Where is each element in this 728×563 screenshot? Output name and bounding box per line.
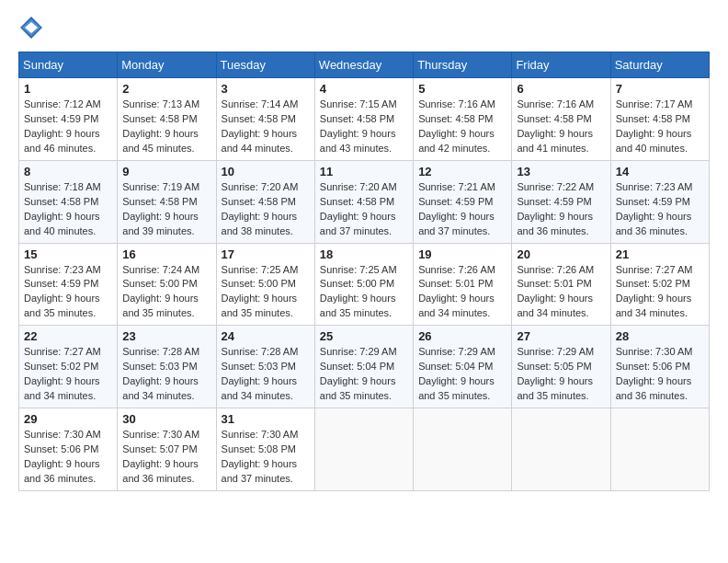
daylight-label: Daylight: 9 hours and 39 minutes. [122,211,199,236]
sunset-label: Sunset: 4:58 PM [320,113,394,124]
calendar-cell [414,408,512,491]
calendar-week-row: 29 Sunrise: 7:30 AM Sunset: 5:06 PM Dayl… [19,408,710,491]
sunrise-label: Sunrise: 7:24 AM [122,264,199,275]
sunrise-label: Sunrise: 7:29 AM [517,346,594,357]
calendar-cell: 2 Sunrise: 7:13 AM Sunset: 4:58 PM Dayli… [118,78,216,161]
daylight-label: Daylight: 9 hours and 36 minutes. [24,458,100,484]
daylight-label: Daylight: 9 hours and 35 minutes. [320,293,396,318]
daylight-label: Daylight: 9 hours and 43 minutes. [320,128,396,154]
day-info: Sunrise: 7:18 AM Sunset: 4:58 PM Dayligh… [24,180,112,239]
day-number: 31 [222,412,310,426]
sunset-label: Sunset: 5:06 PM [616,361,690,372]
calendar-cell: 4 Sunrise: 7:15 AM Sunset: 4:58 PM Dayli… [314,78,413,161]
sunset-label: Sunset: 5:01 PM [418,278,493,289]
daylight-label: Daylight: 9 hours and 34 minutes. [616,293,692,318]
sunrise-label: Sunrise: 7:30 AM [122,429,199,440]
sunrise-label: Sunrise: 7:23 AM [616,181,693,192]
sunset-label: Sunset: 5:04 PM [418,361,493,372]
daylight-label: Daylight: 9 hours and 44 minutes. [222,128,298,154]
sunrise-label: Sunrise: 7:30 AM [222,429,299,440]
calendar-cell: 15 Sunrise: 7:23 AM Sunset: 4:59 PM Dayl… [19,243,118,326]
day-number: 2 [122,82,210,96]
day-info: Sunrise: 7:29 AM Sunset: 5:05 PM Dayligh… [517,345,605,404]
day-info: Sunrise: 7:25 AM Sunset: 5:00 PM Dayligh… [320,263,408,322]
calendar-cell: 8 Sunrise: 7:18 AM Sunset: 4:58 PM Dayli… [19,160,118,243]
daylight-label: Daylight: 9 hours and 41 minutes. [517,128,593,154]
daylight-label: Daylight: 9 hours and 40 minutes. [24,211,100,236]
calendar-cell: 9 Sunrise: 7:19 AM Sunset: 4:58 PM Dayli… [118,160,216,243]
calendar-cell: 14 Sunrise: 7:23 AM Sunset: 4:59 PM Dayl… [610,160,709,243]
sunrise-label: Sunrise: 7:20 AM [320,181,397,192]
daylight-label: Daylight: 9 hours and 34 minutes. [122,375,199,401]
calendar-cell: 21 Sunrise: 7:27 AM Sunset: 5:02 PM Dayl… [610,243,709,326]
calendar-cell [610,408,709,491]
sunrise-label: Sunrise: 7:14 AM [222,98,299,109]
sunset-label: Sunset: 4:59 PM [517,196,591,207]
day-info: Sunrise: 7:27 AM Sunset: 5:02 PM Dayligh… [24,345,112,404]
day-info: Sunrise: 7:16 AM Sunset: 4:58 PM Dayligh… [517,98,605,156]
calendar-cell: 5 Sunrise: 7:16 AM Sunset: 4:58 PM Dayli… [414,78,512,161]
day-of-week-header: Sunday [19,52,118,78]
sunrise-label: Sunrise: 7:12 AM [24,98,101,109]
daylight-label: Daylight: 9 hours and 37 minutes. [418,211,495,236]
day-info: Sunrise: 7:23 AM Sunset: 4:59 PM Dayligh… [24,263,112,322]
day-info: Sunrise: 7:26 AM Sunset: 5:01 PM Dayligh… [418,263,506,322]
day-number: 9 [122,165,210,178]
sunrise-label: Sunrise: 7:23 AM [24,264,101,275]
sunset-label: Sunset: 5:04 PM [320,361,394,372]
daylight-label: Daylight: 9 hours and 38 minutes. [222,211,298,236]
sunrise-label: Sunrise: 7:30 AM [616,346,693,357]
day-number: 4 [320,82,408,96]
calendar-cell: 10 Sunrise: 7:20 AM Sunset: 4:58 PM Dayl… [216,160,314,243]
day-info: Sunrise: 7:27 AM Sunset: 5:02 PM Dayligh… [616,263,704,322]
sunset-label: Sunset: 4:59 PM [24,278,98,289]
daylight-label: Daylight: 9 hours and 37 minutes. [222,458,298,484]
day-info: Sunrise: 7:21 AM Sunset: 4:59 PM Dayligh… [418,180,506,239]
day-of-week-header: Wednesday [314,52,413,78]
day-number: 5 [418,82,506,96]
daylight-label: Daylight: 9 hours and 35 minutes. [222,293,298,318]
calendar-week-row: 1 Sunrise: 7:12 AM Sunset: 4:59 PM Dayli… [19,78,710,161]
sunrise-label: Sunrise: 7:30 AM [24,429,101,440]
calendar-cell: 3 Sunrise: 7:14 AM Sunset: 4:58 PM Dayli… [216,78,314,161]
daylight-label: Daylight: 9 hours and 35 minutes. [517,375,593,401]
day-number: 13 [517,165,605,178]
calendar-cell: 26 Sunrise: 7:29 AM Sunset: 5:04 PM Dayl… [414,326,512,408]
sunset-label: Sunset: 4:58 PM [222,196,296,207]
day-number: 10 [222,165,310,178]
day-number: 6 [517,82,605,96]
day-number: 22 [24,329,112,343]
sunrise-label: Sunrise: 7:22 AM [517,181,594,192]
daylight-label: Daylight: 9 hours and 37 minutes. [320,211,396,236]
sunrise-label: Sunrise: 7:21 AM [418,181,495,192]
day-info: Sunrise: 7:30 AM Sunset: 5:06 PM Dayligh… [616,345,704,404]
day-number: 28 [616,329,704,343]
sunrise-label: Sunrise: 7:26 AM [517,264,594,275]
calendar-week-row: 22 Sunrise: 7:27 AM Sunset: 5:02 PM Dayl… [19,326,710,408]
calendar-cell: 1 Sunrise: 7:12 AM Sunset: 4:59 PM Dayli… [19,78,118,161]
sunset-label: Sunset: 4:59 PM [418,196,493,207]
calendar-cell: 11 Sunrise: 7:20 AM Sunset: 4:58 PM Dayl… [314,160,413,243]
day-number: 7 [616,82,704,96]
sunset-label: Sunset: 5:07 PM [122,443,197,454]
calendar-cell: 6 Sunrise: 7:16 AM Sunset: 4:58 PM Dayli… [512,78,610,161]
sunrise-label: Sunrise: 7:28 AM [222,346,299,357]
calendar-cell: 12 Sunrise: 7:21 AM Sunset: 4:59 PM Dayl… [414,160,512,243]
sunset-label: Sunset: 5:02 PM [616,278,690,289]
sunset-label: Sunset: 5:00 PM [320,278,394,289]
sunset-label: Sunset: 5:02 PM [24,361,98,372]
day-number: 19 [418,247,506,261]
day-info: Sunrise: 7:17 AM Sunset: 4:58 PM Dayligh… [616,98,704,156]
day-info: Sunrise: 7:20 AM Sunset: 4:58 PM Dayligh… [222,180,310,239]
page-header [18,15,710,40]
day-info: Sunrise: 7:15 AM Sunset: 4:58 PM Dayligh… [320,98,408,156]
day-number: 14 [616,165,704,178]
daylight-label: Daylight: 9 hours and 42 minutes. [418,128,495,154]
daylight-label: Daylight: 9 hours and 46 minutes. [24,128,100,154]
calendar-table: SundayMondayTuesdayWednesdayThursdayFrid… [18,52,710,491]
day-info: Sunrise: 7:20 AM Sunset: 4:58 PM Dayligh… [320,180,408,239]
sunrise-label: Sunrise: 7:16 AM [418,98,495,109]
day-number: 29 [24,412,112,426]
sunset-label: Sunset: 5:03 PM [222,361,296,372]
day-info: Sunrise: 7:16 AM Sunset: 4:58 PM Dayligh… [418,98,506,156]
